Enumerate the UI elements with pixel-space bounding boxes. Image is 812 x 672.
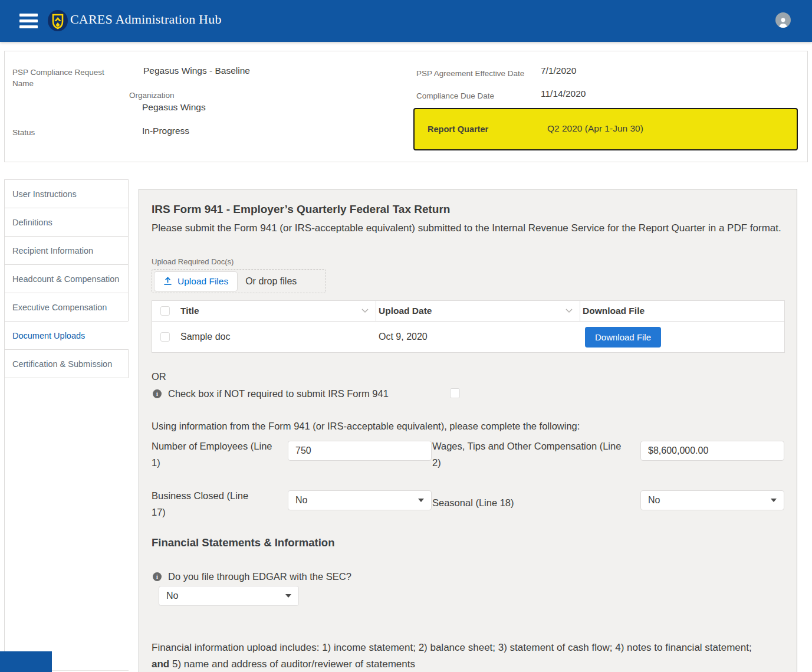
select-all-checkbox[interactable] [160, 306, 170, 316]
report-quarter-label: Report Quarter [428, 124, 488, 134]
using-info-text: Using information from the Form 941 (or … [152, 421, 580, 432]
section-nav: User Instructions Definitions Recipient … [4, 179, 129, 378]
report-quarter-value: Q2 2020 (Apr 1-Jun 30) [547, 123, 643, 134]
uploaded-docs-table: Title Upload Date Download File Sample d… [152, 300, 785, 353]
info-icon[interactable]: i [153, 389, 162, 398]
table-row: Sample doc Oct 9, 2020 Download File [152, 322, 784, 352]
not-required-label: Check box if NOT required to submit IRS … [168, 388, 389, 399]
seasonal-label: Seasonal (Line 18) [432, 494, 514, 511]
drop-files-label: Or drop files [245, 276, 297, 287]
column-header-download-file: Download File [580, 301, 784, 321]
column-header-upload-date[interactable]: Upload Date [376, 301, 580, 321]
compliance-request-summary-panel: PSP Compliance Request Name Pegasus Wing… [4, 51, 808, 162]
business-closed-select[interactable]: No [288, 490, 432, 510]
edgar-question-row: i Do you file through EDGAR with the SEC… [153, 571, 351, 582]
wages-input[interactable] [640, 441, 784, 461]
upload-icon [163, 277, 172, 286]
status-value: In-Progress [142, 126, 189, 136]
caret-down-icon [771, 499, 777, 502]
form-941-instructions: Please submit the Form 941 (or IRS-accep… [152, 220, 784, 237]
employees-input[interactable] [288, 441, 432, 461]
not-required-checkbox[interactable] [450, 388, 460, 398]
request-name-value: Pegasus Wings - Baseline [143, 65, 250, 76]
sidebar-item-document-uploads[interactable]: Document Uploads [4, 321, 129, 350]
form-941-heading: IRS Form 941 - Employer’s Quarterly Fede… [152, 203, 450, 216]
caret-down-icon [418, 499, 424, 502]
sidebar-item-headcount-compensation[interactable]: Headcount & Compensation [4, 264, 129, 293]
wages-label: Wages, Tips and Other Compensation (Line… [432, 438, 627, 471]
upload-files-label: Upload Files [177, 276, 228, 287]
table-header-row: Title Upload Date Download File [152, 301, 784, 322]
employees-label: Number of Employees (Line 1) [152, 438, 272, 471]
download-file-button[interactable]: Download File [585, 327, 661, 348]
doc-title-cell: Sample doc [178, 332, 376, 342]
edgar-question: Do you file through EDGAR with the SEC? [168, 571, 351, 582]
hamburger-menu-icon[interactable] [19, 14, 38, 28]
edgar-select[interactable]: No [159, 586, 299, 606]
financial-upload-note: Financial information upload includes: 1… [152, 640, 765, 672]
organization-label: Organization [129, 90, 175, 101]
app-header: CARES Administration Hub [0, 0, 812, 42]
app-title: CARES Administration Hub [70, 12, 222, 27]
due-date-label: Compliance Due Date [416, 90, 494, 101]
sidebar-item-recipient-information[interactable]: Recipient Information [4, 236, 129, 265]
user-avatar-icon[interactable] [775, 12, 791, 28]
sidebar-item-definitions[interactable]: Definitions [4, 208, 129, 237]
report-quarter-highlight: Report Quarter Q2 2020 (Apr 1-Jun 30) [413, 108, 798, 150]
chevron-down-icon[interactable] [566, 309, 573, 313]
partial-blue-element [0, 651, 52, 672]
info-icon[interactable]: i [153, 572, 162, 581]
seasonal-select[interactable]: No [640, 490, 784, 510]
column-header-title[interactable]: Title [178, 301, 376, 321]
upload-date-cell: Oct 9, 2020 [376, 332, 580, 342]
effective-date-label: PSP Agreement Effective Date [416, 68, 524, 79]
not-required-row: i Check box if NOT required to submit IR… [153, 388, 389, 399]
row-checkbox[interactable] [160, 332, 170, 342]
chevron-down-icon[interactable] [361, 309, 369, 313]
status-label: Status [12, 127, 35, 138]
sidebar-item-certification-submission[interactable]: Certification & Submission [4, 349, 129, 378]
file-dropzone[interactable]: Upload Files Or drop files [152, 269, 326, 293]
sidebar-empty-area [4, 378, 129, 671]
sidebar-item-executive-compensation[interactable]: Executive Compensation [4, 293, 129, 322]
due-date-value: 11/14/2020 [541, 88, 586, 99]
request-name-label: PSP Compliance Request Name [12, 67, 110, 89]
caret-down-icon [285, 594, 291, 598]
upload-files-button[interactable]: Upload Files [154, 271, 238, 291]
sidebar-item-user-instructions[interactable]: User Instructions [4, 179, 129, 208]
document-uploads-panel: IRS Form 941 - Employer’s Quarterly Fede… [139, 189, 797, 672]
organization-value: Pegasus Wings [142, 102, 206, 113]
business-closed-label: Business Closed (Line 17) [152, 487, 264, 520]
or-text: OR [152, 371, 166, 382]
financial-statements-heading: Financial Statements & Information [152, 536, 334, 549]
upload-required-label: Upload Required Doc(s) [152, 257, 234, 266]
app-logo-shield-icon [47, 9, 69, 34]
effective-date-value: 7/1/2020 [541, 65, 576, 76]
